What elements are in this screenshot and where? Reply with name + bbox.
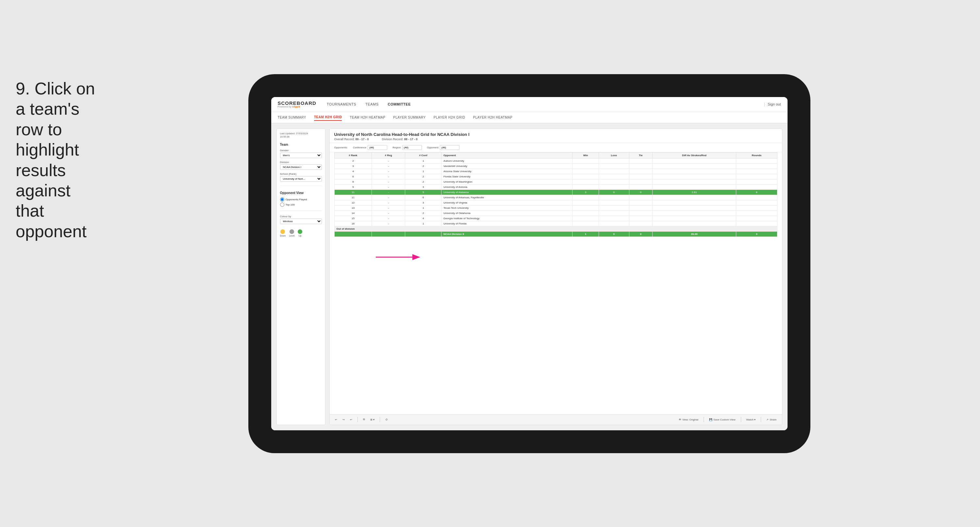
table-cell [736,158,777,163]
table-cell [599,200,629,205]
table-row[interactable]: 11-6University of Arkansas, Fayetteville [334,195,777,200]
save-custom-label: Save Custom View [713,418,735,421]
table-cell: 3 [405,200,441,205]
table-cell [599,216,629,221]
opponent-select[interactable]: (All) [440,145,460,150]
table-cell [573,184,599,189]
view-original-btn[interactable]: 👁 View: Original [678,417,700,422]
copy-btn[interactable]: ⧉ [362,417,366,422]
table-row[interactable]: 4-1Arizona State University [334,169,777,174]
sub-nav-team-h2h-heatmap[interactable]: TEAM H2H HEATMAP [350,115,385,121]
sub-nav: TEAM SUMMARY TEAM H2H GRID TEAM H2H HEAT… [271,112,788,123]
col-loss: Loss [599,152,629,158]
conference-select[interactable]: (All) [368,145,387,150]
redo-btn[interactable]: ↪ [341,417,346,422]
table-cell [652,205,736,210]
table-cell: 1 [405,205,441,210]
legend-dot-level [290,229,294,234]
sub-nav-team-h2h-grid[interactable]: TEAM H2H GRID [314,114,342,121]
table-row[interactable]: 12-3University of Virginia [334,200,777,205]
table-cell [736,163,777,169]
opponents-label: Opponents: [334,146,348,149]
logo-powered: Powered by clippd [278,105,316,108]
table-row[interactable]: 3-2Vanderbilt University [334,163,777,169]
nav-committee[interactable]: COMMITTEE [388,101,411,107]
top-100-radio[interactable]: Top 100 [280,202,322,207]
table-row[interactable]: 14-2University of Oklahoma [334,210,777,216]
table-cell [652,158,736,163]
table-row[interactable]: 8-2University of Washington [334,179,777,184]
toolbar-sep-3 [703,417,704,422]
division-select[interactable]: NCAA Division I [280,164,322,170]
out-of-division-cell: 1 [573,231,599,237]
table-row[interactable]: 15-4Georgia Institute of Technology [334,216,777,221]
table-cell [629,216,652,221]
sign-out-link[interactable]: Sign out [768,102,781,106]
legend: Down Level Up [280,229,322,237]
table-cell: Georgia Institute of Technology [441,216,573,221]
toolbar-sep-2 [380,417,380,422]
share-btn[interactable]: ↗ Share [765,417,778,422]
sub-nav-player-h2h-heatmap[interactable]: PLAYER H2H HEATMAP [473,115,513,121]
table-cell: - [372,163,405,169]
table-cell: 11 [334,189,372,195]
table-cell: 2 [405,174,441,179]
table-cell [629,200,652,205]
table-row[interactable]: 2-1Auburn University [334,158,777,163]
nav-spacer: | Sign out [764,102,781,107]
table-cell [599,195,629,200]
nav-tournaments[interactable]: TOURNAMENTS [327,101,356,107]
nav-teams[interactable]: TEAMS [365,101,379,107]
table-cell: 4 [405,216,441,221]
table-cell [652,200,736,205]
undo-btn[interactable]: ↩ [334,417,339,422]
table-row[interactable]: 11-5University of Alabama3002.618 [334,189,777,195]
table-cell [573,174,599,179]
last-updated: Last Updated: 27/03/2024 16:55:38 [280,132,322,139]
table-cell [736,184,777,189]
table-cell: 1 [405,221,441,226]
table-cell [736,174,777,179]
table-row[interactable]: 16-1University of Florida [334,221,777,226]
gender-group: Gender Men's [280,149,322,158]
school-select[interactable]: University of Nort... [280,176,322,182]
radio-group: Opponents Played Top 100 [280,197,322,207]
table-cell [652,174,736,179]
gender-select[interactable]: Men's [280,153,322,158]
step-number: 9. [16,79,30,98]
table-cell: 15 [334,216,372,221]
table-row[interactable]: 13-1Texas Tech University [334,205,777,210]
table-cell [599,179,629,184]
table-cell [736,195,777,200]
clock-btn[interactable]: ⏱ [384,417,389,422]
col-reg: # Reg [372,152,405,158]
table-cell [599,169,629,174]
table-cell: 0 [629,189,652,195]
table-row[interactable]: 9-3University of Arizona [334,184,777,189]
paste-btn[interactable]: ⊞ ▾ [369,417,376,422]
table-cell: 0 [599,189,629,195]
opponents-played-radio[interactable]: Opponents Played [280,197,322,202]
table-container[interactable]: # Rank # Reg # Conf Opponent Win Loss Ti… [330,152,782,414]
h2h-table: # Rank # Reg # Conf Opponent Win Loss Ti… [334,152,777,237]
right-panel: University of North Carolina Head-to-Hea… [329,128,782,425]
school-rank-label: School (Rank) [280,172,322,175]
table-cell: University of Oklahoma [441,210,573,216]
out-of-division-row[interactable]: NCAA Division II10026.003 [334,231,777,237]
sub-nav-player-summary[interactable]: PLAYER SUMMARY [393,115,425,121]
sub-nav-team-summary[interactable]: TEAM SUMMARY [278,115,307,121]
out-of-division-cell: 3 [736,231,777,237]
save-custom-view-btn[interactable]: 💾 Save Custom View [708,417,737,422]
table-row[interactable]: 6-2Florida State University [334,174,777,179]
table-header-row: # Rank # Reg # Conf Opponent Win Loss Ti… [334,152,777,158]
toolbar-sep-5 [761,417,761,422]
table-cell: - [372,195,405,200]
colour-by-select[interactable]: Win/loss [280,218,322,224]
table-cell [652,184,736,189]
watch-btn[interactable]: Watch ▾ [745,417,757,422]
col-rounds: Rounds [736,152,777,158]
share-icon: ↗ [766,418,768,421]
sub-nav-player-h2h-grid[interactable]: PLAYER H2H GRID [434,115,465,121]
undo2-btn[interactable]: ↩ [349,417,353,422]
region-select[interactable]: (All) [402,145,422,150]
